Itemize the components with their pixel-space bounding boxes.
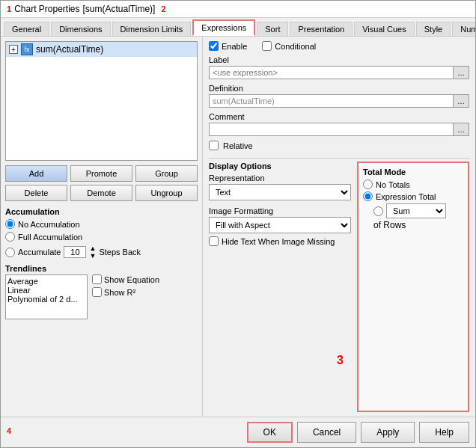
expr-buttons-row1: Add Promote Group [5,165,198,182]
definition-input-container: sum(ActualTime) … [209,94,469,108]
expand-toggle[interactable]: + [9,45,18,54]
tab-number[interactable]: Number [452,22,475,36]
delete-button[interactable]: Delete [5,185,67,201]
group-button[interactable]: Group [135,165,198,182]
right-panel: Enable Conditional Label … Definition [203,37,475,417]
ok-button[interactable]: OK [247,422,293,443]
enable-checkbox[interactable] [209,41,219,51]
show-equation-checkbox[interactable] [92,274,102,284]
definition-ellipsis-button[interactable]: … [453,94,469,108]
show-equation-label: Show Equation [104,275,159,284]
spinbox-arrows[interactable]: ▲▼ [89,245,96,260]
comment-ellipsis-button[interactable]: … [453,123,469,136]
tab-style[interactable]: Style [416,22,451,36]
definition-field-group: Definition sum(ActualTime) … [209,84,469,108]
relative-row: Relative [209,141,469,150]
relative-label: Relative [223,141,253,150]
trend-average[interactable]: Average [7,277,85,286]
trend-linear[interactable]: Linear [7,286,85,295]
window-title: Chart Properties [14,4,79,14]
ungroup-button[interactable]: Ungroup [135,185,198,201]
help-button[interactable]: Help [419,422,469,443]
enable-label: Enable [222,42,247,51]
steps-back-label: Steps Back [99,248,141,257]
annotation-4: 4 [7,426,11,443]
no-accumulation-label: No Accumulation [18,220,80,229]
trendlines-list[interactable]: Average Linear Polynomial of 2 d... [5,274,88,319]
accumulate-radio[interactable] [5,248,15,257]
sum-select[interactable]: Sum Avg Min Max Count [386,203,446,218]
enable-row: Enable Conditional [209,41,469,51]
right-area: Display Options Representation Text Bar … [209,162,469,412]
label-input[interactable] [209,66,453,79]
annotation-2: 2 [161,4,165,13]
comment-input-container: … [209,123,469,136]
expression-item[interactable]: + fx sum(ActualTime) [6,42,197,57]
full-accumulation-radio[interactable] [5,232,15,242]
annotation-1: 1 [7,4,11,13]
expression-total-label: Expression Total [376,192,436,201]
relative-checkbox[interactable] [209,141,219,150]
show-r2-row: Show R² [92,287,159,297]
no-accumulation-row: No Accumulation [5,219,198,229]
full-accumulation-row: Full Accumulation [5,232,198,242]
hide-text-checkbox[interactable] [209,236,219,246]
tab-general[interactable]: General [4,22,49,36]
expression-text: sum(ActualTime) [36,44,103,55]
image-formatting-title: Image Formatting [209,206,351,215]
accumulate-label: Accumulate [18,248,61,257]
tab-visual-cues[interactable]: Visual Cues [354,22,415,36]
expression-total-row: Expression Total [363,191,463,201]
steps-spinbox[interactable]: 10 [64,246,86,258]
no-accumulation-radio[interactable] [5,219,15,229]
tab-expressions[interactable]: Expressions [192,19,255,36]
total-mode-title: Total Mode [363,168,463,177]
expression-list: + fx sum(ActualTime) [5,41,198,161]
show-equation-row: Show Equation [92,274,159,284]
definition-field-title: Definition [209,84,469,93]
comment-field-group: Comment … [209,112,469,136]
tab-presentation[interactable]: Presentation [290,22,353,36]
trend-polynomial[interactable]: Polynomial of 2 d... [7,295,85,304]
tab-dimensions[interactable]: Dimensions [51,22,110,36]
accumulate-row: Accumulate 10 ▲▼ Steps Back [5,245,198,260]
conditional-checkbox[interactable] [262,41,272,51]
trendlines-inner: Average Linear Polynomial of 2 d... Show… [5,274,198,319]
expression-total-radio[interactable] [363,191,373,201]
tab-sort[interactable]: Sort [257,22,288,36]
expr-buttons-row2: Delete Demote Ungroup [5,185,198,201]
definition-input[interactable]: sum(ActualTime) [209,94,453,108]
comment-field-title: Comment [209,112,469,121]
add-button[interactable]: Add [5,165,67,182]
no-totals-radio[interactable] [363,179,373,189]
title-bar: 1 Chart Properties [sum(ActualTime)] 2 [1,1,475,18]
representation-label: Representation [209,174,351,182]
enable-check-label: Enable [209,41,247,51]
no-totals-label: No Totals [376,180,410,189]
no-totals-row: No Totals [363,179,463,189]
total-mode-box: Total Mode No Totals Expression Total Su… [357,162,469,412]
conditional-check-label: Conditional [262,41,316,51]
tab-dimension-limits[interactable]: Dimension Limits [112,22,192,36]
label-ellipsis-button[interactable]: … [453,66,469,79]
expression-icon: fx [21,43,33,55]
show-r2-checkbox[interactable] [92,287,102,297]
accumulation-title: Accumulation [5,207,198,216]
tabs-bar: General Dimensions Dimension Limits Expr… [1,18,475,37]
cancel-button[interactable]: Cancel [297,422,356,443]
apply-button[interactable]: Apply [361,422,415,443]
full-accumulation-label: Full Accumulation [18,233,82,242]
window-subtitle: [sum(ActualTime)] [83,4,156,14]
left-panel: + fx sum(ActualTime) Add Promote Group D… [1,37,203,417]
trendlines-checkboxes: Show Equation Show R² [92,274,159,319]
trendlines-title: Trendlines [5,264,198,273]
comment-input[interactable] [209,123,453,136]
sum-row: Sum Avg Min Max Count [373,203,463,218]
display-options-title: Display Options [209,162,351,171]
representation-select[interactable]: Text Bar Indicator Image [209,184,351,200]
label-field-title: Label [209,55,469,64]
promote-button[interactable]: Promote [70,165,132,182]
sum-radio[interactable] [373,206,383,216]
demote-button[interactable]: Demote [70,185,132,201]
image-formatting-select[interactable]: Fill with Aspect No Stretch Fill [209,217,351,233]
